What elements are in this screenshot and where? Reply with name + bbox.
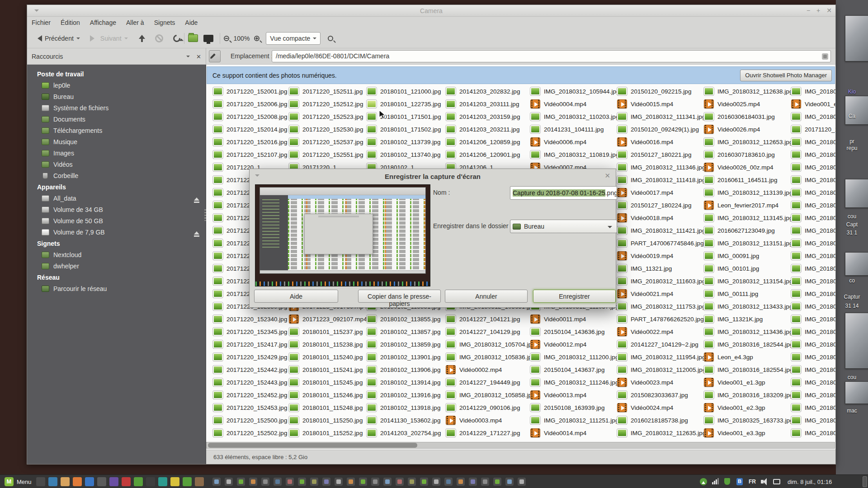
forward-button[interactable]: Suivant	[90, 35, 128, 42]
file-item[interactable]: IMG_20180312_110203.jpg	[530, 110, 619, 123]
taskbar-window-button[interactable]	[261, 478, 269, 486]
file-item[interactable]: 20171220_152442.jpg	[213, 363, 287, 376]
sidebar-item[interactable]: Documents	[27, 113, 206, 125]
file-item[interactable]: IMG_00101.jpg	[704, 262, 759, 275]
save-button[interactable]: Enregistrer	[533, 290, 616, 303]
file-item[interactable]: Vidéo0023.mp4	[617, 376, 673, 389]
file-item[interactable]: IMG_20180325_163733.jpg	[704, 414, 793, 427]
file-item[interactable]: 20160611_164511.jpg	[704, 174, 777, 186]
file-item[interactable]: IMG_2018040	[791, 249, 835, 262]
file-item[interactable]: IMG_2018040	[791, 363, 835, 376]
taskbar-launcher-icon[interactable]	[183, 477, 192, 486]
file-item[interactable]: Vidéo0004.mp4	[530, 98, 586, 110]
shortcuts-header[interactable]: Raccourcis ✕	[27, 48, 206, 65]
file-item[interactable]: 20171220_152500.jpg	[213, 414, 287, 427]
file-item[interactable]: IMG_2018040	[791, 401, 835, 414]
search-icon[interactable]	[328, 36, 333, 41]
desktop-icon-label[interactable]: 31 14	[836, 303, 868, 309]
clock[interactable]: dim. 8 juil., 01:16	[788, 479, 832, 485]
desktop-icon-label[interactable]: pr	[836, 138, 868, 145]
taskbar-window-button[interactable]	[298, 478, 306, 486]
desktop-photo-icon[interactable]	[845, 179, 868, 208]
file-item[interactable]: IMG_20180312_111954.jpg	[617, 351, 705, 363]
taskbar-launcher-icon[interactable]	[85, 477, 94, 486]
horizontal-scrollbar[interactable]	[206, 442, 835, 449]
taskbar-window-button[interactable]	[225, 478, 233, 486]
file-item[interactable]: PART_1470067745846.jpg	[617, 237, 704, 249]
file-item[interactable]: IMG_20180312_112653.jpg	[704, 136, 793, 148]
file-item[interactable]: IMG_2018040	[791, 186, 835, 199]
taskbar-launcher-icon[interactable]	[109, 477, 118, 486]
file-item[interactable]: 20180102_113739.jpg	[367, 136, 440, 148]
file-item[interactable]: Vidéo0026.mp4	[704, 123, 760, 136]
file-item[interactable]: 20180101_115248.jpg	[289, 401, 363, 414]
file-item[interactable]: IMG_2018040	[791, 414, 835, 427]
file-item[interactable]: Vidéo0012.mp4	[530, 338, 586, 351]
file-item[interactable]: 20180101_122735.jpg	[367, 98, 441, 110]
file-item[interactable]: IMG_11321.jpg	[617, 262, 672, 275]
file-item[interactable]: 20141229_090106.jpg	[446, 401, 520, 414]
desktop-photo-icon[interactable]	[845, 313, 868, 369]
file-item[interactable]: Leon_fevrier2017.mp4	[704, 199, 778, 211]
file-item[interactable]: Vidéo0011.mp4	[530, 313, 586, 325]
titlebar[interactable]: Camera − + ✕	[27, 5, 835, 17]
file-item[interactable]: IMG_20180312_111346.jpg	[617, 161, 705, 174]
file-item[interactable]: Vidéo0019.mp4	[617, 249, 673, 262]
file-item[interactable]: 20150104_143637.jpg	[530, 363, 604, 376]
file-item[interactable]: 20180102_113859.jpg	[367, 338, 440, 351]
edit-location-button[interactable]	[209, 50, 221, 62]
file-item[interactable]: IMG_20180312_111251.jpg	[530, 414, 618, 427]
desktop-icon-label[interactable]: Ca	[836, 113, 868, 119]
sidebar-item[interactable]: Système de fichiers	[27, 102, 206, 113]
file-item[interactable]: 20160307183610.jpg	[704, 148, 775, 161]
dialog-close-icon[interactable]: ✕	[604, 172, 610, 180]
file-item[interactable]: IMG_2018040	[791, 376, 835, 389]
file-item[interactable]: 20171220_152008.jpg	[213, 110, 287, 123]
taskbar-launcher-icon[interactable]	[170, 477, 179, 486]
file-item[interactable]: IMG_00091.jpg	[704, 249, 759, 262]
file-item[interactable]: IMG_20180312_112005.jpg	[617, 363, 706, 376]
mint-menu-button[interactable]: M Menu	[2, 476, 34, 487]
file-item[interactable]: IMG_2018040	[791, 427, 835, 439]
file-item[interactable]: 20141206_120901.jpg	[446, 148, 520, 161]
desktop-icon-label[interactable]: co	[836, 277, 868, 284]
file-item[interactable]: 20150104_143636.jpg	[530, 325, 604, 338]
file-item[interactable]: IMG_2018040	[791, 161, 835, 174]
menu-2[interactable]: Édition	[61, 19, 80, 26]
file-item[interactable]: 20171220_152523.jpg	[289, 110, 363, 123]
file-item[interactable]: IMG_20180312_113433.jpg	[704, 300, 793, 313]
eject-icon[interactable]	[194, 195, 199, 201]
upload-icon[interactable]	[700, 478, 707, 485]
file-item[interactable]: 20150823033637.jpg	[617, 389, 688, 401]
taskbar-window-button[interactable]	[444, 478, 453, 486]
file-item[interactable]: 20141206_120859.jpg	[446, 136, 520, 148]
file-item[interactable]: IMG_20180312_113436.jpg	[704, 325, 793, 338]
file-item[interactable]: Vidéo0024.mp4	[617, 401, 673, 414]
taskbar-launcher-icon[interactable]	[36, 477, 45, 486]
file-item[interactable]: Video001_e1.3gp	[704, 376, 765, 389]
desktop-icon-label[interactable]: Kio	[836, 89, 868, 95]
up-button[interactable]	[139, 33, 145, 43]
cancel-button[interactable]: Annuler	[445, 290, 528, 303]
taskbar-window-button[interactable]	[286, 478, 294, 486]
taskbar-window-button[interactable]	[469, 478, 477, 486]
taskbar-launcher-icon[interactable]	[134, 477, 143, 486]
file-item[interactable]: Vidéo0017.mp4	[617, 186, 673, 199]
file-item[interactable]: IMG_2018040	[791, 351, 835, 363]
file-item[interactable]: Vidéo0002.mp4	[446, 363, 502, 376]
file-item[interactable]: 20171220_152502.jpg	[213, 427, 287, 439]
file-item[interactable]: 20180101_115246.jpg	[289, 389, 363, 401]
file-item[interactable]: 20171220_152530.jpg	[289, 123, 363, 136]
file-item[interactable]: IMG_2018040	[791, 224, 835, 237]
desktop-photo-icon[interactable]	[845, 381, 868, 404]
file-item[interactable]: Vidéo0026_00z.mp4	[704, 161, 774, 174]
file-item[interactable]: IMG_20180316_182544.jpg	[704, 338, 793, 351]
taskbar-window-button[interactable]	[432, 478, 440, 486]
file-item[interactable]: 20180102_113740.jpg	[367, 148, 440, 161]
file-item[interactable]: 20141203_203111.jpg	[446, 98, 519, 110]
desktop-icon-label[interactable]: Capt	[836, 221, 868, 228]
file-item[interactable]: IMG_20180312_111246.jpg	[530, 376, 618, 389]
menu-5[interactable]: Signets	[154, 19, 175, 26]
file-item[interactable]: 20180102_113855.jpg	[367, 313, 440, 325]
file-item[interactable]: 20180101_115250.jpg	[289, 414, 363, 427]
